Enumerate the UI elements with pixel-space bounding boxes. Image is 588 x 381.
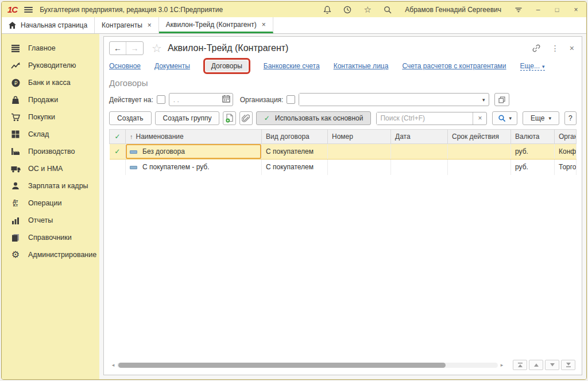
acts-on-checkbox[interactable] <box>157 95 165 104</box>
tab-kontragenty[interactable]: Контрагенты × <box>95 17 159 33</box>
get-link-icon[interactable] <box>532 44 541 53</box>
scroll-right-icon[interactable]: ▸ <box>499 362 505 368</box>
sidebar-item-administration[interactable]: ⚙ Администрирование <box>2 246 99 263</box>
favorite-star-icon[interactable]: ☆ <box>152 41 162 55</box>
nav-link-dogovory-active[interactable]: Договоры <box>206 60 248 72</box>
nav-link-scheta-raschetov[interactable]: Счета расчетов с контрагентами <box>402 62 506 70</box>
go-last-button[interactable] <box>561 360 575 370</box>
annotation-highlight: Договоры <box>203 58 250 74</box>
more-actions-icon[interactable]: ⋮ <box>551 44 559 53</box>
organization-combo[interactable]: ▾ <box>299 93 489 106</box>
factory-icon <box>10 147 21 156</box>
search-input[interactable] <box>377 112 473 125</box>
column-header-number[interactable]: Номер <box>328 130 391 144</box>
tab-home[interactable]: Начальная страница <box>2 17 95 33</box>
cell-currency[interactable]: руб. <box>511 144 555 160</box>
sidebar-item-reports[interactable]: Отчеты <box>2 212 99 229</box>
date-field[interactable]: . . <box>169 93 233 106</box>
dt-kt-icon: ДтКт <box>10 199 21 208</box>
notifications-bell-icon[interactable] <box>322 5 332 15</box>
clear-search-icon[interactable]: × <box>473 112 486 125</box>
sidebar-item-manager[interactable]: Руководителю <box>2 57 99 74</box>
cell-number[interactable] <box>328 144 391 160</box>
back-button[interactable]: ← <box>110 42 126 55</box>
close-tab-icon[interactable]: × <box>148 21 152 29</box>
cell-name[interactable]: Без договора <box>126 144 262 160</box>
nav-link-kontaktnye-lica[interactable]: Контактные лица <box>334 62 389 70</box>
service-menu-icon[interactable] <box>513 5 524 15</box>
cell-date[interactable] <box>391 160 448 175</box>
create-button[interactable]: Создать <box>109 111 152 125</box>
sidebar-item-sales[interactable]: Продажи <box>2 91 99 108</box>
user-name[interactable]: Абрамов Геннадий Сергеевич <box>405 6 501 14</box>
bottom-scroll-row: ◂ ▸ <box>109 359 577 371</box>
cell-term[interactable] <box>448 144 511 160</box>
forward-button[interactable]: → <box>126 42 143 55</box>
cell-term[interactable] <box>448 160 511 175</box>
column-header-currency[interactable]: Валюта <box>511 130 555 144</box>
cell-currency[interactable]: руб. <box>511 160 555 175</box>
search-field[interactable]: × <box>376 112 487 125</box>
cell-type[interactable]: С покупателем <box>262 144 328 160</box>
organization-input[interactable] <box>299 94 478 106</box>
create-new-from-button[interactable] <box>223 111 236 125</box>
cell-number[interactable] <box>328 160 391 175</box>
nav-link-bankovskie-scheta[interactable]: Банковские счета <box>264 62 320 70</box>
sidebar-item-production[interactable]: Производство <box>2 143 99 160</box>
column-header-term[interactable]: Срок действия <box>448 130 511 144</box>
column-header-name[interactable]: ↑Наименование <box>126 130 262 144</box>
help-button[interactable]: ? <box>564 111 577 125</box>
calendar-icon[interactable] <box>222 95 230 104</box>
cell-organization[interactable]: Торговы <box>555 160 577 175</box>
favorites-star-icon[interactable]: ☆ <box>362 5 373 15</box>
global-search-icon[interactable] <box>382 5 393 15</box>
sidebar-item-salary-hr[interactable]: Зарплата и кадры <box>2 177 99 195</box>
organization-checkbox[interactable] <box>287 95 295 104</box>
column-header-date[interactable]: Дата <box>391 130 448 144</box>
scroll-left-icon[interactable]: ◂ <box>110 362 116 368</box>
go-up-button[interactable] <box>529 360 543 370</box>
minimize-button[interactable]: – <box>533 6 543 14</box>
sidebar-item-purchases[interactable]: Покупки <box>2 108 99 126</box>
cell-organization[interactable]: Конфетп <box>555 144 577 160</box>
sidebar-item-directories[interactable]: Справочники <box>2 229 99 246</box>
sidebar-item-main[interactable]: Главное <box>2 40 99 57</box>
horizontal-scrollbar[interactable] <box>117 363 498 368</box>
sidebar-item-operations[interactable]: ДтКт Операции <box>2 195 99 212</box>
use-as-main-button[interactable]: ✓ Использовать как основной <box>256 111 372 125</box>
current-marker-header[interactable]: ✓ <box>110 130 126 144</box>
column-header-organization[interactable]: Организа <box>555 130 577 144</box>
table-row-selected[interactable]: ✓ Без договора С покупателем руб. Конфет… <box>110 144 577 160</box>
create-group-button[interactable]: Создать группу <box>155 111 220 125</box>
close-form-icon[interactable]: × <box>570 44 574 53</box>
attachments-button[interactable] <box>239 111 253 125</box>
go-down-button[interactable] <box>545 360 559 370</box>
scrollbar-thumb[interactable] <box>118 363 446 368</box>
tab-akvilon-trade[interactable]: Аквилон-Трейд (Контрагент) × <box>159 17 273 33</box>
more-button[interactable]: Еще ▾ <box>523 111 559 125</box>
go-first-button[interactable] <box>513 360 527 370</box>
cell-name[interactable]: С покупателем - руб. <box>126 160 262 175</box>
cell-date[interactable] <box>391 144 448 160</box>
search-button[interactable]: ▾ <box>492 111 517 125</box>
nav-link-osnovnoe[interactable]: Основное <box>109 62 141 70</box>
close-window-button[interactable]: × <box>571 6 581 14</box>
close-tab-icon[interactable]: × <box>262 21 266 29</box>
table-row[interactable]: С покупателем - руб. С покупателем руб. … <box>110 160 577 175</box>
sidebar-item-fixed-assets[interactable]: ОС и НМА <box>2 160 99 177</box>
main-menu-icon[interactable] <box>24 6 33 14</box>
nav-link-dokumenty[interactable]: Документы <box>154 62 190 70</box>
list-element-icon <box>130 166 137 169</box>
history-icon[interactable] <box>342 5 353 15</box>
combo-dropdown-icon[interactable]: ▾ <box>478 97 489 103</box>
trend-arrow-icon <box>10 61 21 70</box>
sidebar-item-bank-cash[interactable]: ₽ Банк и касса <box>2 74 99 91</box>
maximize-button[interactable]: □ <box>552 6 562 13</box>
column-header-type[interactable]: Вид договора <box>262 130 328 144</box>
organization-pick-button[interactable] <box>494 93 509 106</box>
sidebar-item-warehouse[interactable]: Склад <box>2 126 99 143</box>
nav-link-more[interactable]: Еще...▾ <box>520 62 545 71</box>
cell-type[interactable]: С покупателем <box>262 160 328 175</box>
page-title: Аквилон-Трейд (Контрагент) <box>168 43 288 53</box>
svg-text:₽: ₽ <box>14 80 17 86</box>
